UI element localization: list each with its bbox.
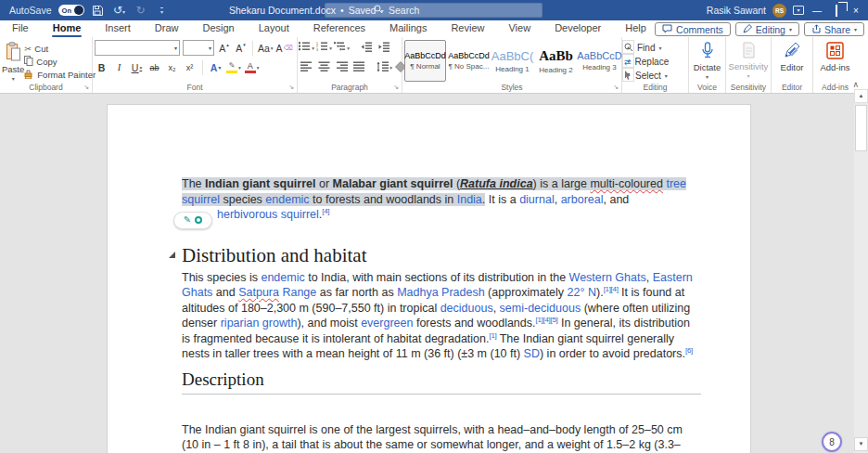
link[interactable]: herbivorous squirrel (217, 208, 319, 221)
scroll-up-button[interactable]: ▲ (854, 89, 868, 103)
paste-button[interactable]: Paste ▾ (2, 40, 24, 81)
superscript-button[interactable]: x² (183, 59, 197, 75)
link[interactable]: evergreen (361, 317, 413, 330)
subscript-button[interactable]: x₂ (165, 59, 179, 75)
link[interactable]: riparian growth (221, 317, 298, 330)
format-painter-button[interactable]: Format Painter (24, 68, 96, 81)
paragraph-dialog-launcher[interactable]: ↘ (393, 84, 399, 91)
restore-button[interactable] (830, 6, 843, 16)
find-button[interactable]: Find▾ (624, 42, 686, 54)
link[interactable]: Madhya Pradesh (397, 286, 485, 299)
editing-mode-button[interactable]: Editing ▾ (735, 22, 799, 36)
distribution-paragraph[interactable]: This species is endemic to India, with m… (182, 270, 701, 362)
link[interactable]: 22° N (568, 286, 596, 299)
link[interactable]: Western Ghats (569, 271, 646, 284)
clipboard-dialog-launcher[interactable]: ↘ (83, 84, 89, 91)
link[interactable]: Ghats (182, 286, 212, 299)
line-spacing-button[interactable]: ▾ (377, 59, 391, 75)
link[interactable]: Eastern (653, 271, 693, 284)
multilevel-list-button[interactable]: ▾ (335, 40, 349, 56)
cut-button[interactable]: ✂Cut (24, 42, 96, 55)
decrease-indent-button[interactable] (360, 40, 374, 56)
style-heading1[interactable]: AaBbC(Heading 1 (491, 40, 533, 82)
tab-design[interactable]: Design (201, 21, 235, 36)
presence-badge[interactable]: 8 (822, 432, 842, 452)
tab-layout[interactable]: Layout (258, 21, 290, 36)
font-name-select[interactable]: ▾ (95, 40, 180, 56)
link[interactable]: endemic (265, 193, 309, 206)
user-name[interactable]: Rasik Sawant (707, 5, 766, 16)
tab-view[interactable]: View (507, 21, 531, 36)
italic-button[interactable]: I (112, 59, 126, 75)
grow-font-button[interactable]: A▴ (217, 40, 231, 56)
collapse-heading-icon[interactable] (169, 252, 175, 258)
link[interactable]: diurnal (519, 193, 555, 206)
comments-button[interactable]: Comments (655, 22, 731, 36)
customize-quick-access-icon[interactable]: ▾ (155, 4, 170, 17)
increase-indent-button[interactable] (377, 40, 391, 56)
link[interactable]: semi-deciduous (500, 302, 581, 315)
description-paragraph[interactable]: The Indian giant squirrel is one of the … (182, 422, 701, 453)
align-center-button[interactable] (317, 59, 331, 75)
justify-button[interactable] (352, 59, 366, 75)
save-icon[interactable] (91, 5, 106, 17)
numbering-button[interactable]: 123▾ (317, 40, 331, 56)
citation[interactable]: [1][4] (604, 285, 619, 293)
ribbon-display-options-icon[interactable]: ▾ (793, 6, 804, 15)
tab-mailings[interactable]: Mailings (389, 21, 428, 36)
tab-references[interactable]: References (313, 21, 366, 36)
link[interactable]: endemic (261, 271, 304, 284)
align-right-button[interactable] (335, 59, 349, 75)
link[interactable]: SD (524, 347, 540, 360)
dictate-button[interactable]: Dictate ▾ (691, 40, 723, 81)
text-effects-button[interactable]: A▾ (209, 59, 223, 75)
link[interactable]: squirrel (182, 193, 220, 206)
style-nospac[interactable]: AaBbCcDd¶ No Spac... (448, 40, 490, 82)
link[interactable]: India (457, 193, 482, 206)
bullets-button[interactable]: ▾ (300, 40, 313, 56)
autosave-toggle[interactable]: On (58, 5, 84, 16)
citation[interactable]: [4] (322, 207, 329, 215)
tab-review[interactable]: Review (450, 21, 485, 36)
addins-button[interactable]: Add-ins (815, 40, 855, 81)
shrink-font-button[interactable]: A▾ (234, 40, 248, 56)
avatar[interactable]: RS (772, 4, 786, 18)
style-heading3[interactable]: AaBbCcDHeading 3 (579, 40, 620, 82)
intro-paragraph[interactable]: The Indian giant squirrel or Malabar gia… (182, 176, 701, 229)
share-button[interactable]: Share ▾ (804, 22, 864, 36)
font-dialog-launcher[interactable]: ↘ (288, 84, 294, 91)
font-color-button[interactable]: A▾ (245, 59, 260, 75)
scroll-down-button[interactable]: ▼ (854, 437, 868, 451)
undo-icon[interactable]: ↺▾ (112, 4, 127, 17)
tab-help[interactable]: Help (624, 21, 647, 36)
citation[interactable]: [6] (685, 346, 693, 355)
search-input[interactable]: Search (325, 3, 542, 18)
tab-draw[interactable]: Draw (154, 21, 180, 36)
tab-developer[interactable]: Developer (554, 21, 602, 36)
citation[interactable]: [1][4][5] (536, 316, 558, 324)
editor-suggestion-badge[interactable]: ✎ (173, 212, 212, 229)
font-size-select[interactable]: ▾ (183, 40, 214, 56)
style-heading2[interactable]: AaBbHeading 2 (535, 40, 577, 82)
link[interactable]: Range (279, 286, 316, 299)
link[interactable]: tree (666, 177, 686, 190)
style-normal[interactable]: AaBbCcDd¶ Normal (404, 40, 446, 82)
tab-file[interactable]: File (11, 21, 30, 36)
bold-button[interactable]: B (95, 59, 108, 75)
align-left-button[interactable] (300, 59, 313, 75)
underline-button[interactable]: U▾ (130, 59, 144, 75)
minimize-button[interactable]: — (811, 6, 823, 16)
change-case-button[interactable]: Aa▾ (258, 40, 274, 56)
clear-formatting-button[interactable]: A⌫ (276, 40, 293, 56)
styles-dialog-launcher[interactable]: ↘ (613, 84, 619, 91)
link[interactable]: arboreal (561, 193, 604, 206)
select-button[interactable]: Select▾ (624, 70, 686, 82)
copy-button[interactable]: Copy (24, 55, 96, 68)
link[interactable]: deciduous (440, 302, 493, 315)
close-button[interactable]: × (849, 6, 862, 16)
tab-home[interactable]: Home (52, 21, 83, 36)
link[interactable]: Satpura (238, 286, 279, 299)
document-page[interactable]: The Indian giant squirrel or Malabar gia… (107, 104, 751, 453)
strikethrough-button[interactable]: ab (147, 59, 161, 75)
collapse-ribbon-icon[interactable]: ∧ (852, 80, 859, 89)
